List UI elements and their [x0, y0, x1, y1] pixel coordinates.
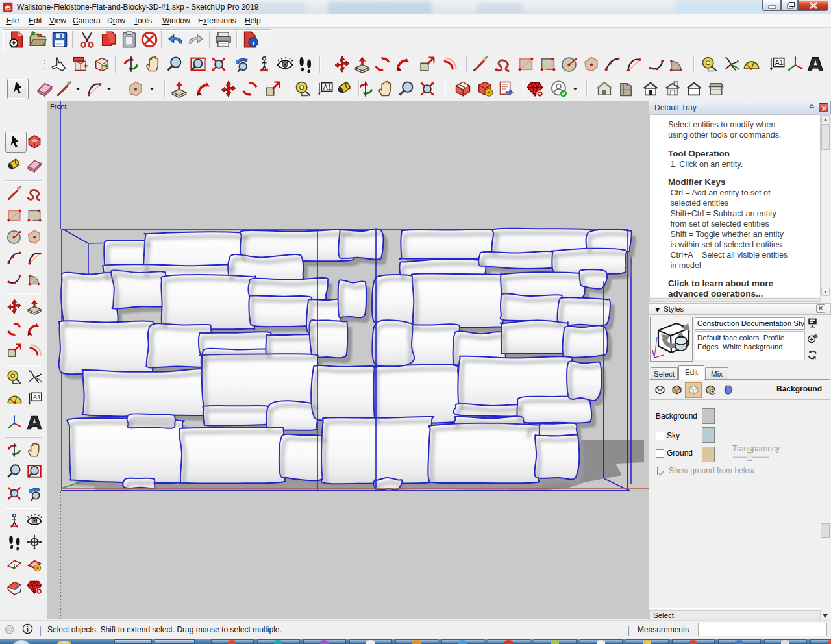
- svg-text:A1: A1: [33, 393, 41, 401]
- svg-text:A1: A1: [323, 83, 332, 91]
- svg-text:A1: A1: [775, 58, 784, 66]
